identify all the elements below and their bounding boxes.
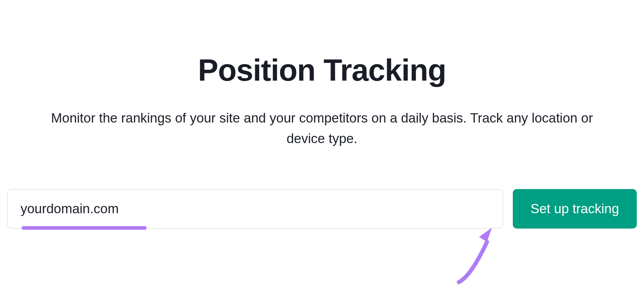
main-container: Position Tracking Monitor the rankings o… [0,0,644,229]
page-subtitle: Monitor the rankings of your site and yo… [40,108,604,149]
setup-tracking-button[interactable]: Set up tracking [513,189,637,229]
annotation-underline [22,226,147,230]
domain-input[interactable] [7,189,503,229]
form-row: Set up tracking [0,189,644,229]
page-title: Position Tracking [198,52,446,87]
domain-input-wrapper [7,189,503,229]
